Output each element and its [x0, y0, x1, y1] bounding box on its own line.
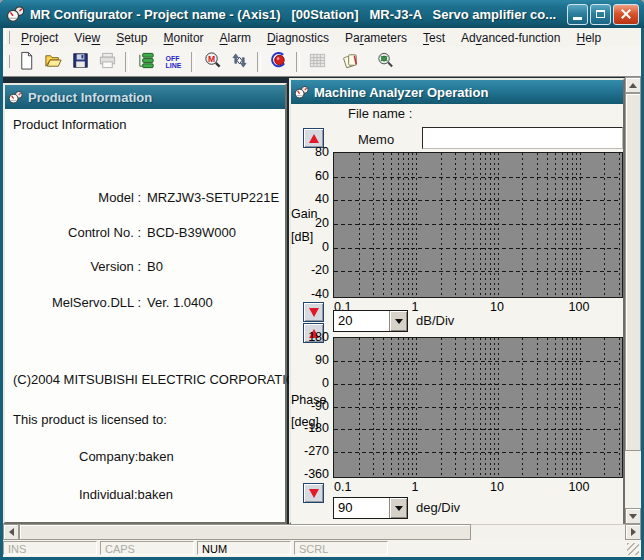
test-cards-icon	[342, 51, 361, 73]
phase-scale-down-button[interactable]	[303, 483, 324, 503]
x-tick-label: 1	[412, 480, 419, 494]
menu-project[interactable]: Project	[13, 29, 66, 47]
red-down-triangle-icon	[309, 489, 319, 498]
y-tick-label: 40	[291, 192, 329, 206]
scrollbar-up-arrow[interactable]	[625, 77, 641, 93]
file-name-label: File name :	[348, 106, 412, 121]
titlebar[interactable]: MR Configurator - Project name - (Axis1)…	[0, 0, 644, 28]
phase-x-axis-labels: 0.1110100	[333, 480, 623, 494]
gain-scale-down-button[interactable]	[303, 302, 324, 322]
memo-input[interactable]	[422, 127, 623, 149]
minimize-button[interactable]	[567, 4, 588, 25]
parameter-grid-button[interactable]	[305, 50, 330, 74]
product-information-title: Product Information	[28, 90, 152, 105]
new-project-button[interactable]	[14, 50, 39, 74]
model-value: MRZJW3-SETUP221E	[147, 190, 279, 205]
scrollbar-left-arrow[interactable]	[3, 524, 19, 540]
machine-analyzer-title: Machine Analyzer Operation	[314, 85, 488, 100]
toolbar-separator	[257, 52, 261, 72]
monitor-magnifier-icon: M	[203, 51, 222, 73]
status-ins: INS	[3, 541, 97, 555]
gain-div-value: 20	[334, 311, 389, 331]
product-information-titlebar[interactable]: Product Information	[5, 85, 285, 109]
open-project-button[interactable]	[41, 50, 66, 74]
menu-setup[interactable]: Setup	[108, 29, 155, 47]
gain-axis-unit: [dB]	[291, 230, 313, 244]
arrow-up-icon	[629, 83, 637, 88]
menu-diagnostics[interactable]: Diagnostics	[259, 29, 337, 47]
status-scrl: SCRL	[294, 541, 388, 555]
save-project-button[interactable]	[68, 50, 93, 74]
phase-div-select[interactable]: 90	[333, 497, 408, 519]
x-tick-label: 10	[490, 300, 504, 314]
menu-help[interactable]: Help	[568, 29, 609, 47]
toolbar-grip[interactable]	[5, 55, 10, 68]
x-tick-label: 0.1	[334, 480, 351, 494]
melservo-dll-row: MelServo.DLL : Ver. 1.0400	[5, 295, 285, 311]
horizontal-scrollbar[interactable]	[3, 524, 641, 540]
resize-grip[interactable]	[627, 543, 639, 555]
memo-label: Memo	[358, 132, 394, 147]
gain-div-dropdown-button[interactable]	[389, 311, 407, 331]
toolbar: OFFLINEM	[3, 47, 641, 77]
x-tick-label: 1	[412, 300, 419, 314]
monitor-button[interactable]: M	[200, 50, 225, 74]
test-mode-button[interactable]	[339, 50, 364, 74]
machine-analyzer-button[interactable]	[373, 50, 398, 74]
menu-view[interactable]: View	[66, 29, 108, 47]
red-up-triangle-icon	[309, 134, 319, 143]
machine-analyzer-titlebar[interactable]: Machine Analyzer Operation	[291, 80, 623, 104]
menu-parameters[interactable]: Parameters	[337, 29, 415, 47]
version-label: Version :	[5, 259, 141, 274]
alarm-button[interactable]	[266, 50, 291, 74]
offline-text-icon: OFFLINE	[166, 55, 182, 69]
control-no-value: BCD-B39W000	[147, 225, 236, 240]
menu-alarm[interactable]: Alarm	[212, 29, 259, 47]
close-button[interactable]	[613, 4, 639, 25]
melservo-dll-label: MelServo.DLL :	[5, 295, 141, 310]
offline-button[interactable]: OFFLINE	[161, 50, 186, 74]
y-tick-label: -270	[291, 444, 329, 458]
control-no-label: Control No. :	[5, 225, 141, 240]
y-tick-label: 60	[291, 169, 329, 183]
y-tick-label: 90	[291, 353, 329, 367]
maximize-button[interactable]	[590, 4, 611, 25]
y-tick-label: 180	[291, 330, 329, 344]
analyzer-magnifier-icon	[376, 51, 395, 73]
vertical-scrollbar-thumb[interactable]	[625, 93, 641, 451]
phase-div-dropdown-button[interactable]	[389, 498, 407, 518]
arrow-down-icon	[629, 514, 637, 519]
maximize-icon	[596, 10, 605, 18]
save-floppy-icon	[71, 51, 90, 73]
menu-monitor[interactable]: Monitor	[156, 29, 212, 47]
scrollbar-down-arrow[interactable]	[625, 508, 641, 524]
company-text: Company:baken	[79, 449, 174, 464]
io-transfer-button[interactable]	[227, 50, 252, 74]
menu-bar: ProjectViewSetupMonitorAlarmDiagnosticsP…	[3, 28, 641, 48]
horizontal-scrollbar-thumb[interactable]	[19, 524, 471, 540]
scrollbar-right-arrow[interactable]	[625, 524, 641, 540]
menu-test[interactable]: Test	[415, 29, 453, 47]
x-tick-label: 10	[490, 480, 504, 494]
version-value: B0	[147, 259, 163, 274]
gain-chart: 806040200-20-40 0.1110100	[291, 152, 623, 298]
main-window: MR Configurator - Project name - (Axis1)…	[0, 0, 644, 560]
copyright-text: (C)2004 MITSUBISHI ELECTRIC CORPORATION	[13, 372, 305, 387]
system-settings-button[interactable]	[134, 50, 159, 74]
menubar-grip[interactable]	[5, 31, 10, 44]
gain-div-select[interactable]: 20	[333, 310, 408, 332]
print-button[interactable]	[95, 50, 120, 74]
toolbar-separator	[191, 52, 195, 72]
phase-chart: 180900-90-180-270-360 0.1110100	[291, 337, 623, 478]
vertical-scrollbar[interactable]	[625, 77, 641, 524]
status-num: NUM	[197, 541, 291, 555]
gain-plot-area	[333, 152, 623, 298]
new-document-icon	[17, 51, 36, 73]
status-bar: INSCAPSNUMSCRL	[3, 540, 641, 557]
y-tick-label: -40	[291, 287, 329, 301]
product-information-window-icon	[8, 90, 24, 105]
individual-text: Individual:baken	[79, 487, 173, 502]
menu-advanced-function[interactable]: Advanced-function	[453, 29, 568, 47]
io-transfer-icon	[230, 51, 249, 73]
phase-grid	[334, 338, 620, 475]
